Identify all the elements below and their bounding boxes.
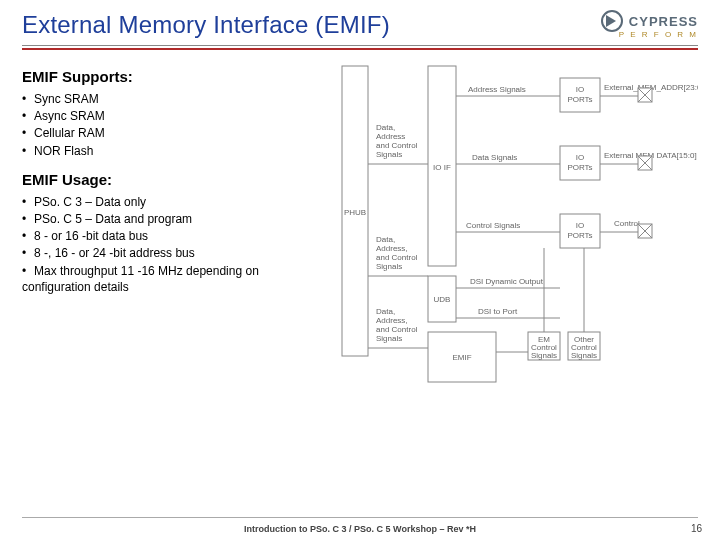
list-item: •PSo. C 5 – Data and program: [22, 211, 326, 227]
emif-block-diagram: PHUB IO IF UDB EMIF Data,Addressand Cont…: [338, 60, 698, 390]
svg-text:Signals: Signals: [531, 351, 557, 360]
slide-header: External Memory Interface (EMIF) CYPRESS…: [0, 0, 720, 43]
supports-list: •Sync SRAM •Async SRAM •Cellular RAM •NO…: [22, 91, 326, 159]
slide-title: External Memory Interface (EMIF): [22, 11, 390, 39]
list-item: •PSo. C 3 – Data only: [22, 194, 326, 210]
data-label: Data Signals: [472, 153, 517, 162]
udb-label: UDB: [434, 295, 451, 304]
usage-heading: EMIF Usage:: [22, 171, 326, 188]
cypress-logo: CYPRESS P E R F O R M: [601, 10, 698, 39]
svg-text:IO: IO: [576, 153, 584, 162]
svg-text:IO: IO: [576, 85, 584, 94]
svg-text:Data,Addressand ControlSignals: Data,Addressand ControlSignals: [376, 123, 418, 159]
logo-subtext: P E R F O R M: [619, 30, 698, 39]
divider-thin: [22, 45, 698, 46]
svg-text:Data,Address,and ControlSignal: Data,Address,and ControlSignals: [376, 235, 418, 271]
svg-text:PORTs: PORTs: [567, 95, 592, 104]
list-item: •Async SRAM: [22, 108, 326, 124]
list-item: •Max throughput 11 -16 MHz depending on …: [22, 263, 326, 295]
footer-text: Introduction to PSo. C 3 / PSo. C 5 Work…: [0, 524, 720, 534]
svg-text:PORTs: PORTs: [567, 231, 592, 240]
ctrl-label: Control Signals: [466, 221, 520, 230]
usage-list: •PSo. C 3 – Data only •PSo. C 5 – Data a…: [22, 194, 326, 295]
control-label: Control: [614, 219, 640, 228]
list-item: •8 -, 16 - or 24 -bit address bus: [22, 245, 326, 261]
svg-text:Signals: Signals: [571, 351, 597, 360]
list-item: •8 - or 16 -bit data bus: [22, 228, 326, 244]
logo-icon: [601, 10, 623, 32]
list-item: •NOR Flash: [22, 143, 326, 159]
footer-rule: [22, 517, 698, 518]
ioif-label: IO IF: [433, 163, 451, 172]
addr-label: Address Signals: [468, 85, 526, 94]
phub-label: PHUB: [344, 208, 366, 217]
left-column: EMIF Supports: •Sync SRAM •Async SRAM •C…: [22, 60, 326, 392]
dsi-port-label: DSI to Port: [478, 307, 518, 316]
content-area: EMIF Supports: •Sync SRAM •Async SRAM •C…: [0, 50, 720, 392]
svg-text:IO: IO: [576, 221, 584, 230]
svg-text:Data,Address,and ControlSignal: Data,Address,and ControlSignals: [376, 307, 418, 343]
supports-heading: EMIF Supports:: [22, 68, 326, 85]
list-item: •Sync SRAM: [22, 91, 326, 107]
list-item: •Cellular RAM: [22, 125, 326, 141]
emif-block-label: EMIF: [452, 353, 471, 362]
svg-text:PORTs: PORTs: [567, 163, 592, 172]
logo-text: CYPRESS: [629, 14, 698, 29]
page-number: 16: [691, 523, 702, 534]
dsi-do-label: DSI Dynamic Output: [470, 277, 544, 286]
diagram-area: PHUB IO IF UDB EMIF Data,Addressand Cont…: [338, 60, 698, 392]
